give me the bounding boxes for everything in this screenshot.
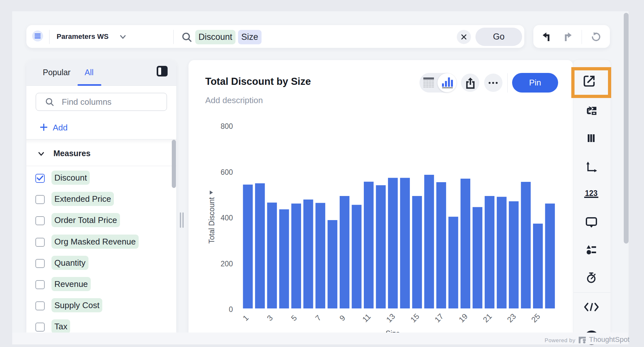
svg-text:25: 25 — [529, 312, 542, 324]
svg-text:9: 9 — [338, 313, 347, 323]
svg-text:23: 23 — [505, 312, 518, 324]
svg-text:400: 400 — [221, 214, 233, 222]
svg-text:17: 17 — [433, 312, 445, 324]
svg-text:1: 1 — [241, 313, 250, 323]
svg-text:13: 13 — [384, 312, 397, 324]
svg-text:11: 11 — [361, 312, 373, 324]
svg-text:15: 15 — [409, 312, 421, 324]
svg-text:600: 600 — [221, 168, 233, 176]
svg-text:19: 19 — [457, 312, 469, 324]
svg-text:Total Discount: Total Discount — [207, 197, 216, 244]
svg-text:800: 800 — [221, 122, 233, 130]
svg-text:0: 0 — [229, 305, 233, 314]
svg-text:7: 7 — [314, 313, 323, 323]
svg-text:21: 21 — [481, 312, 493, 324]
svg-text:200: 200 — [221, 260, 233, 268]
svg-text:5: 5 — [290, 313, 299, 323]
svg-text:3: 3 — [265, 313, 274, 323]
